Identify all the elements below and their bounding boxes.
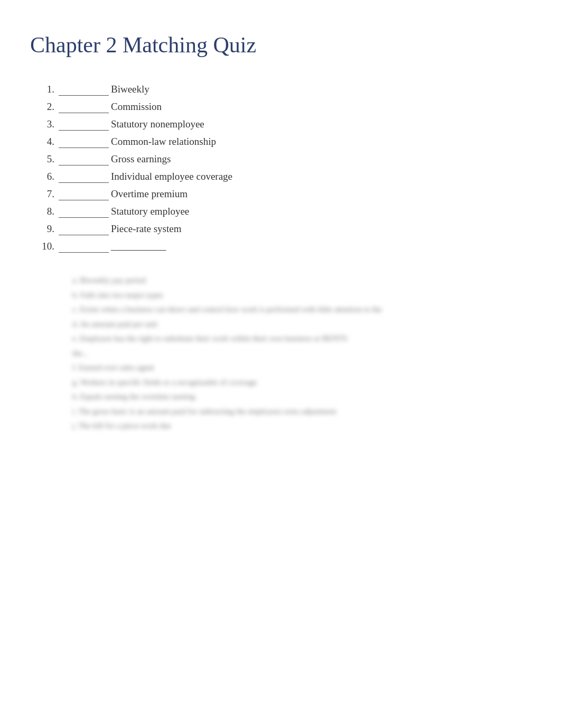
- item-term: Individual employee coverage: [111, 171, 232, 182]
- item-term: Biweekly: [111, 84, 149, 95]
- answer-line: f. Earned over sales agent: [72, 361, 531, 375]
- answers-section: a. Biweekly pay periodb. Falls into two …: [30, 274, 531, 433]
- answer-line: b. Falls into two major types: [72, 289, 531, 302]
- answer-line: d. An amount paid per unit: [72, 318, 531, 331]
- item-blank: [59, 84, 109, 96]
- quiz-item: 2. Commission: [30, 101, 531, 113]
- item-term: Piece-rate system: [111, 223, 181, 235]
- quiz-item: 1. Biweekly: [30, 84, 531, 96]
- answer-line: a. Biweekly pay period: [72, 274, 531, 288]
- quiz-item: 8. Statutory employee: [30, 206, 531, 218]
- quiz-item: 7. Overtime premium: [30, 188, 531, 200]
- answer-line: j. The bill for a piece-work due: [72, 419, 531, 433]
- quiz-list: 1. Biweekly2. Commission3. Statutory non…: [30, 84, 531, 253]
- item-term: Commission: [111, 101, 162, 113]
- item-number: 5.: [30, 153, 54, 165]
- quiz-item: 4. Common-law relationship: [30, 136, 531, 148]
- item-blank: [59, 136, 109, 148]
- answer-line: h. Equals earning the overtime earning: [72, 390, 531, 404]
- item-term: Statutory employee: [111, 206, 189, 217]
- item-blank: [59, 101, 109, 113]
- item-term: Statutory nonemployee: [111, 118, 204, 130]
- item-blank: [59, 241, 109, 253]
- item-blank: [59, 153, 109, 165]
- item-number: 4.: [30, 136, 54, 148]
- answer-line: i. The gross basic is an amount paid for…: [72, 405, 531, 419]
- quiz-item: 6. Individual employee coverage: [30, 171, 531, 183]
- item-blank: [59, 206, 109, 218]
- item-blank: [59, 223, 109, 235]
- item-number: 6.: [30, 171, 54, 182]
- answer-line: the...: [72, 347, 531, 361]
- quiz-item: 3. Statutory nonemployee: [30, 118, 531, 131]
- item-number: 1.: [30, 84, 54, 95]
- item-blank: [59, 118, 109, 131]
- item-blank: [59, 188, 109, 200]
- item-number: 2.: [30, 101, 54, 113]
- item-number: 10.: [30, 241, 54, 252]
- item-number: 3.: [30, 118, 54, 130]
- quiz-item: 10. ___________: [30, 241, 531, 253]
- quiz-item: 9. Piece-rate system: [30, 223, 531, 235]
- item-number: 9.: [30, 223, 54, 235]
- item-term: Common-law relationship: [111, 136, 216, 148]
- item-number: 7.: [30, 188, 54, 200]
- page-title: Chapter 2 Matching Quiz: [30, 32, 531, 58]
- item-number: 8.: [30, 206, 54, 217]
- answer-line: c. Exists when a business can direct and…: [72, 303, 531, 317]
- item-term: ___________: [111, 241, 166, 252]
- item-term: Gross earnings: [111, 153, 171, 165]
- answer-line: e. Employee has the right to substitute …: [72, 332, 531, 346]
- answer-line: g. Workers in specific fields or a recog…: [72, 376, 531, 390]
- item-blank: [59, 171, 109, 183]
- quiz-item: 5. Gross earnings: [30, 153, 531, 165]
- item-term: Overtime premium: [111, 188, 188, 200]
